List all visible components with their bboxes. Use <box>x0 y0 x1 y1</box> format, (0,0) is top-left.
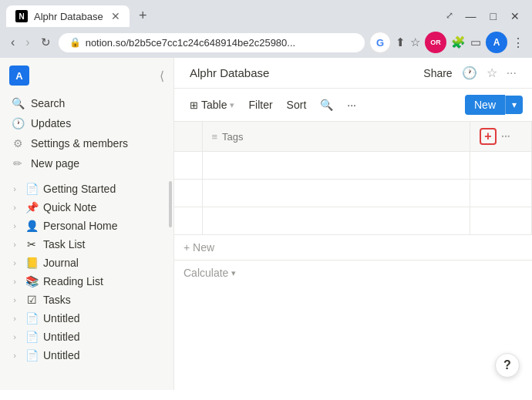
sidebar-collapse-icon[interactable]: ⟨ <box>160 69 164 83</box>
tree-icon-2: 👤 <box>25 220 39 232</box>
row-cell-3[interactable] <box>202 207 470 235</box>
tree-item-untitled-1[interactable]: › 📄 Untitled <box>5 309 169 328</box>
row-cell-2[interactable] <box>202 180 470 207</box>
calculate-row[interactable]: Calculate ▾ <box>174 261 532 285</box>
more-toolbar-button[interactable]: ··· <box>341 96 362 114</box>
minimize-button[interactable]: — <box>460 8 483 24</box>
browser-menu-icon[interactable]: ⋮ <box>512 35 524 50</box>
search-nav-item[interactable]: 🔍 Search <box>5 93 169 113</box>
new-row-button[interactable]: + New <box>174 235 532 261</box>
tree-chevron-5: › <box>9 277 20 286</box>
browser-window: N Alphr Database ✕ + ⤢ — □ ✕ ‹ › ↻ 🔒 not… <box>0 0 532 400</box>
row-number-header <box>174 122 202 152</box>
tree-item-untitled-2[interactable]: › 📄 Untitled <box>5 328 169 346</box>
new-row-label: + New <box>184 241 214 254</box>
row-cell-1[interactable] <box>202 152 470 180</box>
settings-icon: ⚙ <box>11 137 25 150</box>
calculate-chevron-icon: ▾ <box>231 268 236 278</box>
maximize-button[interactable]: □ <box>484 8 503 24</box>
close-button[interactable]: ✕ <box>504 8 526 24</box>
settings-nav-item[interactable]: ⚙ Settings & members <box>5 133 169 153</box>
main-content: Alphr Database Share 🕐 ☆ ··· ⊞ Table ▾ F… <box>174 58 532 390</box>
row-extra-1 <box>470 152 532 180</box>
search-label: Search <box>31 97 65 109</box>
tree-icon-6: ☑ <box>25 294 39 306</box>
table-view-button[interactable]: ⊞ Table ▾ <box>184 96 241 114</box>
newpage-icon: ✏ <box>11 157 25 170</box>
tree-item-tasks[interactable]: › ☑ Tasks <box>5 291 169 309</box>
settings-label: Settings & members <box>31 137 128 150</box>
tree-chevron-4: › <box>9 258 20 267</box>
address-input-container[interactable]: 🔒 notion.so/b2b5ce7cc1c24c648914be2c2598… <box>59 33 365 52</box>
tree-icon-0: 📄 <box>25 183 39 195</box>
user-avatar[interactable]: A <box>486 32 507 53</box>
search-icon: 🔍 <box>11 97 25 109</box>
add-column-button[interactable]: + <box>480 128 497 145</box>
tree-icon-9: 📄 <box>25 349 39 361</box>
newpage-nav-item[interactable]: ✏ New page <box>5 153 169 173</box>
table-label: Table <box>201 99 227 111</box>
tree-icon-8: 📄 <box>25 331 39 343</box>
table-row-3[interactable] <box>174 207 532 235</box>
google-icon[interactable]: G <box>369 32 391 53</box>
tree-item-untitled-3[interactable]: › 📄 Untitled <box>5 346 169 365</box>
active-tab[interactable]: N Alphr Database ✕ <box>6 5 130 27</box>
tree-item-personal-home[interactable]: › 👤 Personal Home <box>5 217 169 235</box>
sidebar-browser-icon[interactable]: ▭ <box>470 35 481 49</box>
share-icon[interactable]: ⬆ <box>396 35 406 49</box>
header-actions: Share 🕐 ☆ ··· <box>423 66 517 80</box>
tree-item-reading-list[interactable]: › 📚 Reading List <box>5 272 169 291</box>
updates-nav-item[interactable]: 🕐 Updates <box>5 113 169 133</box>
history-icon[interactable]: 🕐 <box>462 66 477 80</box>
more-options-icon[interactable]: ··· <box>507 66 517 80</box>
window-controls: ⤢ — □ ✕ <box>441 8 526 27</box>
lock-icon: 🔒 <box>69 37 81 48</box>
filter-button[interactable]: Filter <box>242 96 278 114</box>
add-column-header[interactable]: + ··· <box>470 122 532 152</box>
sort-label: Sort <box>287 99 307 111</box>
tree-chevron-7: › <box>9 314 20 323</box>
new-button-dropdown[interactable]: ▾ <box>505 96 523 114</box>
tree-icon-5: 📚 <box>25 275 39 287</box>
address-bar: ‹ › ↻ 🔒 notion.so/b2b5ce7cc1c24c648914be… <box>0 27 532 58</box>
tree-item-journal[interactable]: › 📒 Journal <box>5 254 169 272</box>
newpage-label: New page <box>31 157 79 170</box>
tree-item-quick-note[interactable]: › 📌 Quick Note <box>5 198 169 217</box>
search-button[interactable]: 🔍 <box>314 96 339 114</box>
sort-button[interactable]: Sort <box>281 96 313 114</box>
forward-button[interactable]: › <box>22 32 32 52</box>
help-button[interactable]: ? <box>495 353 520 378</box>
filter-label: Filter <box>248 99 272 111</box>
row-number-1 <box>174 152 202 180</box>
tree-chevron-8: › <box>9 332 20 341</box>
tree-label-2: Personal Home <box>43 220 164 232</box>
tree-label-8: Untitled <box>43 331 164 343</box>
reload-button[interactable]: ↻ <box>38 32 54 52</box>
ext-icon[interactable]: OR <box>425 32 446 53</box>
tab-close-icon[interactable]: ✕ <box>111 10 120 22</box>
new-tab-button[interactable]: + <box>133 5 153 27</box>
new-button[interactable]: New <box>465 95 505 115</box>
column-more-icon[interactable]: ··· <box>501 130 510 143</box>
puzzle-icon[interactable]: 🧩 <box>451 35 466 49</box>
tree-label-1: Quick Note <box>43 201 164 213</box>
tree-chevron-0: › <box>9 184 20 193</box>
tree-label-0: Getting Started <box>43 183 164 195</box>
table-row-2[interactable] <box>174 180 532 207</box>
table-row-1[interactable] <box>174 152 532 180</box>
tree-label-5: Reading List <box>43 275 164 287</box>
back-button[interactable]: ‹ <box>8 32 18 52</box>
workspace-avatar[interactable]: A <box>9 66 29 86</box>
sidebar-nav: 🔍 Search 🕐 Updates ⚙ Settings & members … <box>0 90 173 176</box>
share-button[interactable]: Share <box>423 67 452 79</box>
tree-label-6: Tasks <box>43 294 164 306</box>
sidebar-tree: › 📄 Getting Started › 📌 Quick Note › 👤 P… <box>0 176 173 390</box>
bookmark-icon[interactable]: ☆ <box>410 35 420 49</box>
tree-item-task-list[interactable]: › ✂ Task List <box>5 235 169 254</box>
tree-chevron-1: › <box>9 203 20 212</box>
tree-icon-1: 📌 <box>25 201 39 213</box>
tree-item-getting-started[interactable]: › 📄 Getting Started <box>5 180 169 198</box>
address-text: notion.so/b2b5ce7cc1c24c648914be2c25980.… <box>86 37 296 49</box>
tree-label-7: Untitled <box>43 312 164 324</box>
favorite-icon[interactable]: ☆ <box>487 66 497 80</box>
